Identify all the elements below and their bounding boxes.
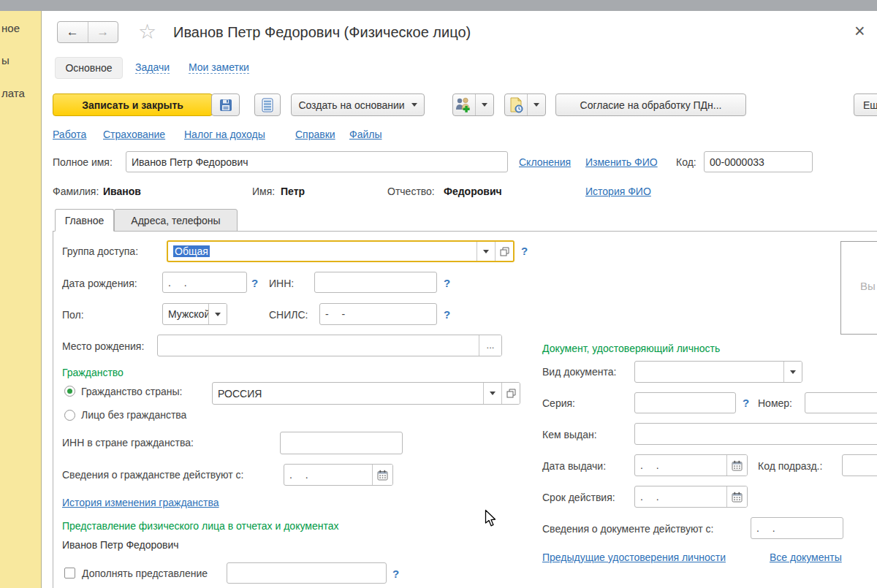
sidebar-item-main[interactable]: ное — [1, 22, 20, 34]
access-group-dropdown[interactable] — [477, 242, 495, 261]
chevron-down-icon — [534, 103, 539, 107]
birthdate-help[interactable]: ? — [251, 277, 258, 289]
lastname-value: Иванов — [103, 186, 141, 197]
doc-dept-code-input[interactable] — [842, 454, 877, 476]
close-icon[interactable]: × — [854, 20, 865, 42]
firstname-label: Имя: — [252, 186, 275, 197]
access-group-help[interactable]: ? — [521, 245, 528, 257]
tab-glavnoe[interactable]: Главное — [55, 209, 114, 232]
chevron-down-icon — [483, 250, 489, 253]
append-presentation-help[interactable]: ? — [392, 568, 399, 580]
citizenship-valid-from-calendar[interactable] — [372, 465, 392, 485]
citizenship-valid-from-mask: . . — [284, 469, 372, 481]
save-button[interactable] — [211, 93, 240, 116]
doc-kind-dropdown[interactable] — [783, 362, 802, 382]
middlename-value: Федорович — [444, 186, 502, 197]
inn-label: ИНН: — [269, 278, 294, 289]
nav-history-group: ← → — [57, 21, 118, 43]
doc-issued-by-label: Кем выдан: — [542, 429, 597, 440]
link-insurance[interactable]: Страхование — [103, 129, 165, 140]
citizenship-country-dropdown[interactable] — [483, 383, 501, 404]
citizenship-valid-from-input[interactable]: . . — [284, 464, 393, 486]
back-button[interactable]: ← — [58, 22, 88, 42]
append-presentation-checkbox[interactable] — [64, 568, 75, 579]
sidebar: ное ы лата — [0, 11, 42, 588]
declensions-link[interactable]: Склонения — [519, 156, 571, 168]
save-close-button[interactable]: Записать и закрыть — [53, 93, 213, 116]
document-history-button[interactable] — [504, 93, 546, 116]
citizenship-country-open-button[interactable] — [501, 383, 520, 404]
link-files[interactable]: Файлы — [349, 129, 381, 140]
citizenship-valid-from-label: Сведения о гражданстве действуют с: — [62, 469, 243, 481]
citizenship-history-link[interactable]: История изменения гражданства — [62, 497, 219, 508]
birthplace-more-button[interactable]: ... — [479, 335, 501, 356]
page-title: Иванов Петр Федорович (Физическое лицо) — [173, 24, 471, 41]
doc-number-input[interactable] — [805, 392, 877, 413]
persons-dropdown-arrow[interactable] — [475, 94, 493, 115]
doc-valid-from-input[interactable]: . . — [751, 517, 843, 539]
foreign-inn-input[interactable] — [280, 432, 403, 454]
photo-placeholder-label: Вы — [860, 280, 876, 292]
calendar-icon — [377, 470, 388, 481]
change-fio-link[interactable]: Изменить ФИО — [585, 156, 658, 168]
link-income-tax[interactable]: Налог на доходы — [184, 129, 265, 140]
access-group-input[interactable]: Общая — [167, 240, 515, 262]
stateless-radio[interactable] — [64, 410, 75, 421]
doc-issue-date-input[interactable]: . . — [634, 454, 748, 476]
chevron-down-icon — [490, 392, 496, 395]
doc-series-help[interactable]: ? — [743, 397, 749, 409]
sidebar-item-salary[interactable]: лата — [1, 87, 25, 99]
photo-placeholder[interactable]: Вы — [840, 241, 877, 335]
doc-issue-date-calendar[interactable] — [726, 455, 747, 476]
window-top-strip — [0, 0, 877, 11]
tab-main-section[interactable]: Основное — [55, 57, 123, 79]
document-clock-icon — [508, 97, 524, 113]
birthdate-mask: . . — [163, 277, 246, 289]
append-presentation-label: Дополнять представление — [82, 568, 208, 579]
snils-input[interactable]: - - — [319, 303, 437, 325]
sidebar-item-personnel[interactable]: ы — [1, 54, 10, 66]
gender-select[interactable]: Мужской — [162, 303, 227, 325]
doc-expiry-input[interactable]: . . — [634, 486, 748, 508]
more-button[interactable]: Ещ — [854, 93, 877, 116]
doc-issued-by-input[interactable] — [634, 423, 877, 445]
inn-input[interactable] — [314, 272, 437, 293]
tab-my-notes[interactable]: Мои заметки — [189, 61, 249, 74]
forward-button[interactable]: → — [88, 22, 118, 42]
link-certificates[interactable]: Справки — [295, 129, 335, 140]
tab-tasks[interactable]: Задачи — [135, 61, 170, 74]
related-persons-button[interactable] — [452, 93, 494, 116]
middlename-label: Отчество: — [387, 186, 435, 197]
doc-series-input[interactable] — [634, 392, 736, 413]
fullname-input[interactable]: Иванов Петр Федорович — [126, 151, 508, 172]
calendar-icon — [732, 460, 743, 471]
report-card-button[interactable] — [254, 93, 281, 116]
gender-dropdown[interactable] — [208, 304, 227, 324]
doc-dept-code-label: Код подразд.: — [758, 460, 822, 472]
append-presentation-input[interactable] — [227, 562, 387, 584]
snils-help[interactable]: ? — [444, 308, 450, 321]
inn-help[interactable]: ? — [444, 277, 450, 289]
citizenship-country-input[interactable]: РОССИЯ — [212, 382, 520, 405]
tab-addresses[interactable]: Адреса, телефоны — [114, 209, 238, 232]
previous-ids-link[interactable]: Предыдущие удостоверения личности — [542, 551, 726, 563]
gender-label: Пол: — [62, 309, 84, 321]
fio-history-link[interactable]: История ФИО — [585, 186, 651, 197]
favorite-star-icon[interactable]: ☆ — [138, 20, 156, 44]
code-value: 00-0000033 — [705, 156, 812, 168]
tab-main-section-label: Основное — [65, 62, 112, 74]
birthdate-input[interactable]: . . — [162, 272, 247, 293]
ellipsis-icon: ... — [487, 343, 495, 348]
presentation-value: Иванов Петр Федорович — [62, 539, 179, 551]
pdn-consent-button[interactable]: Согласие на обработку ПДн... — [555, 93, 746, 116]
code-input[interactable]: 00-0000033 — [704, 151, 813, 172]
create-based-on-button[interactable]: Создать на основании — [291, 93, 425, 116]
doc-kind-select[interactable] — [634, 361, 802, 383]
birthplace-input[interactable]: ... — [157, 335, 502, 356]
doc-expiry-calendar[interactable] — [726, 486, 747, 507]
document-dropdown-arrow[interactable] — [527, 94, 545, 115]
citizenship-country-radio[interactable] — [64, 386, 75, 397]
all-documents-link[interactable]: Все документы — [770, 551, 842, 563]
link-work[interactable]: Работа — [53, 129, 86, 140]
access-group-open-button[interactable] — [495, 242, 513, 261]
